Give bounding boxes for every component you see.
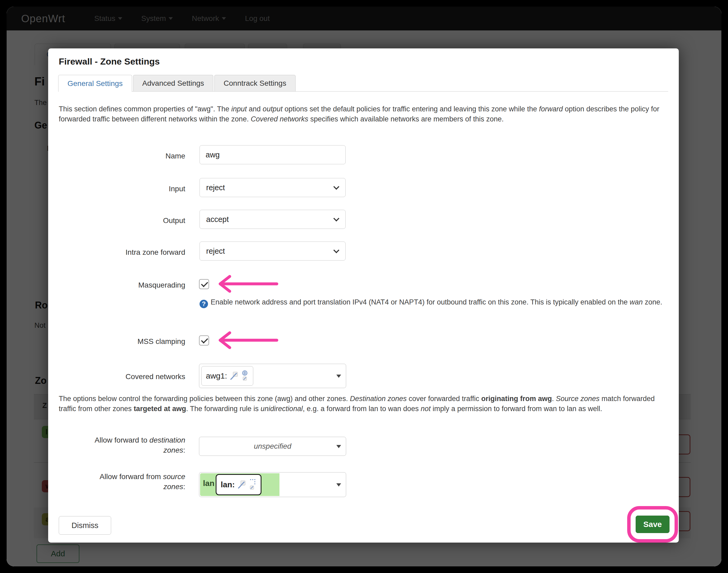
covered-networks-dropdown[interactable]: awg1:	[199, 364, 346, 388]
input-policy-select[interactable]: reject	[199, 178, 346, 197]
output-policy-value: accept	[206, 215, 229, 224]
zone-description: This section defines common properties o…	[59, 104, 666, 124]
allow-forward-src-label: Allow forward from sourcezones:	[59, 472, 185, 492]
tab-general-settings[interactable]: General Settings	[58, 75, 132, 92]
modal-title: Firewall - Zone Settings	[59, 56, 160, 67]
masquerading-label: Masquerading	[59, 280, 185, 290]
allow-forward-dest-dropdown[interactable]: unspecified	[199, 437, 346, 456]
help-icon: ?	[199, 300, 208, 308]
tab-conntrack-settings[interactable]: Conntrack Settings	[214, 75, 296, 91]
intra-zone-forward-select[interactable]: reject	[199, 242, 346, 261]
allow-forward-dest-label: Allow forward to destinationzones:	[59, 435, 185, 455]
mss-clamping-checkbox[interactable]	[199, 335, 209, 346]
tab-advanced-settings[interactable]: Advanced Settings	[133, 75, 213, 91]
masquerading-checkbox[interactable]	[199, 279, 209, 289]
name-label: Name	[59, 151, 185, 161]
intra-zone-forward-label: Intra zone forward	[59, 247, 185, 257]
caret-down-icon	[336, 375, 341, 378]
lan-source-chip[interactable]: lan:	[216, 474, 261, 495]
input-policy-value: reject	[206, 183, 225, 192]
annotation-arrow-mss	[216, 331, 280, 350]
forwarding-note: The options below control the forwarding…	[59, 394, 666, 414]
covered-networks-label: Covered networks	[59, 372, 185, 382]
screenshot-frame: OpenWrt Status System Network Log out Ge…	[0, 0, 728, 573]
annotation-ring-save: Save	[627, 506, 678, 542]
modal-tabs: General Settings Advanced Settings Connt…	[58, 75, 668, 92]
caret-down-icon	[336, 483, 341, 486]
intra-zone-forward-value: reject	[206, 247, 225, 256]
allow-forward-src-dropdown[interactable]: lan lan:	[199, 472, 346, 497]
browser-viewport: OpenWrt Status System Network Log out Ge…	[7, 7, 721, 566]
ethernet-interface-icon	[237, 480, 246, 489]
annotation-arrow-masquerading	[216, 274, 280, 294]
wireless-interface-icon	[248, 479, 256, 490]
dismiss-button[interactable]: Dismiss	[59, 516, 111, 535]
mss-clamping-label: MSS clamping	[59, 336, 185, 347]
tunnel-interface-icon	[230, 372, 238, 380]
firewall-zone-settings-modal: Firewall - Zone Settings General Setting…	[48, 48, 679, 542]
caret-down-icon	[336, 445, 341, 448]
chevron-down-icon	[333, 216, 340, 222]
covered-network-chip[interactable]: awg1:	[201, 366, 253, 386]
chevron-down-icon	[333, 184, 340, 190]
chevron-down-icon	[333, 247, 340, 253]
output-policy-label: Output	[59, 216, 185, 226]
input-policy-label: Input	[59, 184, 185, 194]
dest-value: unspecified	[199, 442, 346, 451]
name-input[interactable]	[199, 145, 346, 164]
globe-interface-icon	[241, 370, 249, 381]
masquerading-help: ?Enable network address and port transla…	[199, 297, 676, 308]
save-button[interactable]: Save	[636, 516, 670, 533]
lan-zone-tag: lan	[203, 479, 214, 488]
output-policy-select[interactable]: accept	[199, 210, 346, 229]
